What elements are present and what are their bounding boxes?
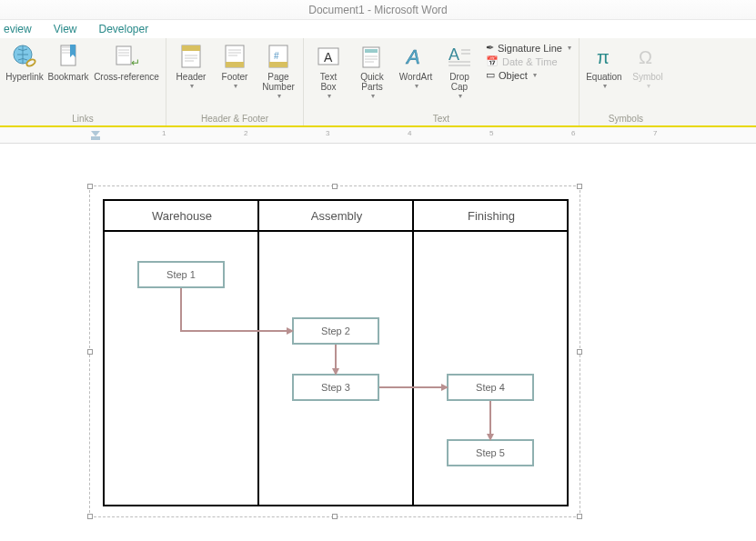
footer-label: Footer [222, 72, 248, 82]
equation-button[interactable]: π Equation ▾ [583, 40, 625, 92]
chevron-down-icon: ▾ [533, 71, 537, 79]
chevron-down-icon: ▾ [568, 44, 571, 52]
textbox-label: Text Box [320, 72, 337, 92]
dropcap-button[interactable]: A Drop Cap ▾ [438, 40, 480, 102]
resize-handle[interactable] [577, 184, 582, 189]
hyperlink-label: Hyperlink [5, 72, 44, 82]
object-icon: ▭ [486, 69, 495, 81]
signature-line-button[interactable]: ✒Signature Line▾ [486, 42, 571, 54]
symbol-icon: Ω [633, 42, 662, 71]
chevron-down-icon: ▾ [415, 82, 418, 90]
symbol-button[interactable]: Ω Symbol ▾ [627, 40, 669, 92]
textbox-button[interactable]: A Text Box ▾ [307, 40, 349, 102]
page-number-button[interactable]: # Page Number ▾ [257, 40, 299, 102]
date-time-button[interactable]: 📅Date & Time [486, 55, 571, 67]
group-symbols: π Equation ▾ Ω Symbol ▾ Symbols [580, 38, 672, 125]
quickparts-label: Quick Parts [360, 72, 384, 92]
group-hf-label: Header & Footer [201, 114, 268, 124]
calendar-icon: 📅 [486, 55, 499, 67]
group-text: A Text Box ▾ Quick Parts ▾ A WordArt ▾ A… [304, 38, 580, 125]
wordart-label: WordArt [399, 72, 433, 82]
horizontal-ruler[interactable]: 1 2 3 4 5 6 7 [0, 127, 756, 144]
page-number-label: Page Number [262, 72, 295, 92]
group-links: Hyperlink Bookmark ↵ Cross-reference Lin… [0, 38, 166, 125]
resize-handle[interactable] [577, 514, 582, 519]
step-box[interactable]: Step 4 [447, 374, 534, 401]
svg-text:A: A [449, 45, 459, 64]
hyperlink-button[interactable]: Hyperlink [4, 40, 45, 84]
bookmark-icon [54, 42, 83, 71]
resize-handle[interactable] [332, 514, 338, 519]
title-bar: Document1 - Microsoft Word [0, 0, 756, 20]
header-button[interactable]: Header ▾ [170, 40, 212, 92]
document-page[interactable]: Warehouse Assembly Finishing Step 1 Step… [0, 144, 756, 541]
svg-text:A: A [324, 50, 333, 65]
svg-text:π: π [597, 47, 610, 67]
textbox-icon: A [314, 42, 343, 71]
footer-button[interactable]: Footer ▾ [214, 40, 256, 92]
crossref-button[interactable]: ↵ Cross-reference [91, 40, 162, 84]
group-header-footer: Header ▾ Footer ▾ # Page Number ▾ Header… [166, 38, 304, 125]
chevron-down-icon: ▾ [328, 92, 331, 100]
chevron-down-icon: ▾ [459, 92, 462, 100]
ruler-tick: 4 [408, 129, 411, 137]
crossref-label: Cross-reference [94, 72, 159, 82]
equation-label: Equation [586, 72, 621, 82]
step-box[interactable]: Step 5 [447, 439, 534, 466]
svg-rect-15 [365, 49, 378, 53]
dropcap-label: Drop Cap [449, 72, 469, 92]
resize-handle[interactable] [87, 184, 93, 189]
lane-warehouse [105, 201, 259, 505]
lane-header: Assembly [259, 201, 414, 232]
resize-handle[interactable] [332, 184, 338, 189]
lane-assembly [259, 201, 414, 505]
tab-developer[interactable]: Developer [98, 23, 148, 35]
page-number-icon: # [264, 42, 293, 71]
object-button[interactable]: ▭Object▾ [486, 69, 571, 81]
svg-text:A: A [405, 45, 420, 68]
resize-handle[interactable] [577, 349, 582, 355]
wordart-icon: A [401, 42, 430, 71]
svg-text:↵: ↵ [131, 56, 140, 69]
equation-icon: π [590, 42, 619, 71]
resize-handle[interactable] [87, 349, 93, 355]
menu-bar: eview View Developer [0, 20, 756, 38]
chevron-down-icon: ▾ [603, 82, 607, 90]
group-text-label: Text [433, 114, 449, 124]
svg-rect-6 [182, 45, 200, 51]
group-symbols-label: Symbols [609, 114, 643, 124]
bookmark-label: Bookmark [47, 72, 88, 82]
chevron-down-icon: ▾ [647, 82, 650, 90]
tab-review[interactable]: eview [4, 23, 32, 35]
lane-header: Finishing [414, 201, 569, 232]
ruler-tick: 3 [326, 129, 329, 137]
ruler-tick: 7 [653, 129, 657, 137]
header-icon [176, 42, 206, 71]
wordart-button[interactable]: A WordArt ▾ [395, 40, 437, 92]
chevron-down-icon: ▾ [277, 92, 281, 100]
step-box[interactable]: Step 1 [137, 261, 225, 288]
tab-view[interactable]: View [54, 23, 77, 35]
bookmark-button[interactable]: Bookmark [47, 40, 89, 84]
step-box[interactable]: Step 3 [292, 374, 379, 401]
ruler-tick: 2 [244, 129, 247, 137]
svg-rect-20 [91, 136, 100, 140]
chevron-down-icon: ▾ [234, 82, 237, 90]
quickparts-icon [358, 42, 387, 71]
header-label: Header [176, 72, 207, 82]
step-box[interactable]: Step 2 [292, 317, 379, 345]
resize-handle[interactable] [87, 514, 93, 519]
svg-text:#: # [274, 51, 279, 61]
dropcap-icon: A [445, 42, 474, 71]
group-links-label: Links [72, 114, 93, 124]
indent-marker-icon[interactable] [91, 131, 100, 140]
footer-icon [220, 42, 249, 71]
chevron-down-icon: ▾ [190, 82, 194, 90]
swimlane-table[interactable]: Warehouse Assembly Finishing Step 1 Step… [103, 199, 569, 506]
crossref-icon: ↵ [112, 42, 141, 71]
svg-text:Ω: Ω [639, 47, 652, 67]
svg-rect-11 [269, 62, 287, 67]
quickparts-button[interactable]: Quick Parts ▾ [351, 40, 393, 102]
drawing-canvas[interactable]: Warehouse Assembly Finishing Step 1 Step… [89, 185, 580, 517]
ruler-tick: 5 [489, 129, 493, 137]
